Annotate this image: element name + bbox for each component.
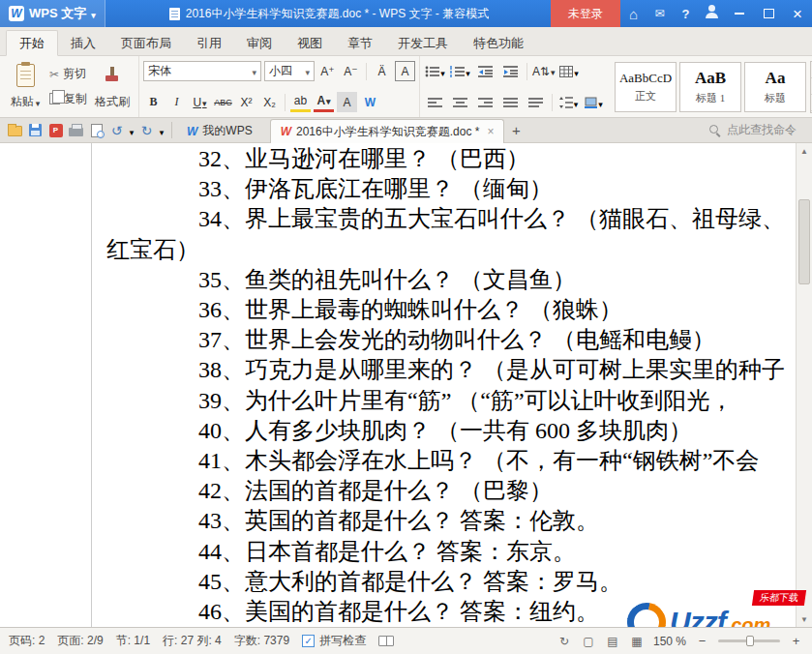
app-menu-button[interactable]: W WPS 文字	[0, 0, 105, 27]
cut-label: 剪切	[63, 66, 86, 82]
scrollbar-thumb[interactable]	[798, 199, 810, 284]
pinyin-guide-button[interactable]: Ä	[372, 61, 392, 81]
bold-button[interactable]: B	[143, 92, 164, 112]
ribbon-tab[interactable]: 视图	[285, 31, 335, 55]
copy-button[interactable]: 复制	[47, 90, 89, 108]
user-icon[interactable]	[699, 0, 725, 27]
distribute-button[interactable]	[525, 92, 547, 112]
font-size-select[interactable]: 小四	[264, 61, 315, 81]
style-preset[interactable]: Aa 标题	[744, 62, 806, 112]
highlight-color-button[interactable]: ab	[290, 92, 311, 112]
ribbon-tab[interactable]: 章节	[335, 31, 385, 55]
line-spacing-icon	[559, 97, 573, 108]
command-search[interactable]: 点此查找命令	[709, 122, 812, 138]
message-icon[interactable]	[647, 0, 673, 27]
clipboard-group: 粘贴 剪切 复制 格式刷	[0, 56, 138, 117]
print-preview-button[interactable]	[86, 120, 106, 141]
text-direction-button[interactable]: A⇅	[532, 61, 556, 81]
window-title: 2016中小学生科学知识竞赛题.doc * - WPS 文字 - 兼容模式	[186, 6, 489, 22]
document-text[interactable]: 32、业马逊河在哪里？ （巴西）33、伊洛瓦底江在哪里？ （缅甸）34、界上最宝…	[0, 144, 812, 627]
scroll-up-icon[interactable]: ▲	[797, 143, 812, 159]
read-mode-icon[interactable]	[378, 636, 394, 646]
home-icon[interactable]	[620, 0, 647, 27]
font-name-select[interactable]: 宋体	[143, 61, 261, 81]
shrink-font-button[interactable]: A⁻	[341, 61, 361, 81]
wps-file-icon: W	[187, 125, 197, 138]
spellcheck-toggle[interactable]: 拼写检查	[302, 633, 366, 649]
close-tab-icon[interactable]: ×	[487, 125, 494, 138]
minimize-button[interactable]	[725, 0, 754, 27]
font-color-button[interactable]: A	[314, 92, 334, 112]
italic-button[interactable]: I	[166, 92, 187, 112]
align-right-button[interactable]	[474, 92, 496, 112]
character-border-button[interactable]: A	[395, 61, 415, 81]
subscript-button[interactable]: X₂	[259, 92, 280, 112]
undo-button[interactable]	[106, 120, 127, 141]
character-shading-button[interactable]: A	[337, 92, 357, 112]
preview-icon	[91, 124, 103, 137]
align-left-button[interactable]	[424, 92, 446, 112]
document-canvas[interactable]: 32、业马逊河在哪里？ （巴西）33、伊洛瓦底江在哪里？ （缅甸）34、界上最宝…	[0, 143, 812, 627]
zoom-slider-handle[interactable]	[746, 636, 754, 646]
copy-label: 复制	[64, 91, 87, 107]
chevron-down-icon	[91, 7, 96, 21]
numbered-list-button[interactable]	[449, 61, 471, 81]
zoom-in-button[interactable]	[789, 634, 803, 648]
redo-menu-button[interactable]	[157, 120, 166, 141]
line-spacing-button[interactable]	[557, 92, 580, 112]
shading-button[interactable]	[583, 92, 605, 112]
search-hint-label: 点此查找命令	[727, 122, 797, 138]
zoom-out-button[interactable]	[695, 634, 709, 648]
wordart-button[interactable]: W	[360, 92, 380, 112]
style-preset[interactable]: AaBbCcD 正文	[615, 62, 677, 112]
ribbon-tab[interactable]: 审阅	[234, 31, 285, 55]
wps-writer-window: W WPS 文字 2016中小学生科学知识竞赛题.doc * - WPS 文字 …	[0, 0, 812, 654]
ribbon-tab[interactable]: 特色功能	[461, 31, 536, 55]
style-preset[interactable]: AaB 标题 1	[679, 62, 741, 112]
grow-font-button[interactable]: A⁺	[317, 61, 338, 81]
help-icon[interactable]	[673, 0, 699, 27]
ribbon-tab[interactable]: 页面布局	[108, 31, 184, 55]
maximize-button[interactable]	[754, 0, 783, 27]
ribbon-tab[interactable]: 引用	[184, 31, 234, 55]
close-button[interactable]	[783, 0, 812, 27]
ribbon-tab[interactable]: 开发工具	[385, 31, 461, 55]
increase-indent-icon	[503, 66, 518, 77]
save-button[interactable]	[25, 120, 45, 141]
login-button[interactable]: 未登录	[551, 0, 620, 27]
insert-table-button[interactable]	[558, 61, 581, 81]
strikethrough-button[interactable]: ABC	[213, 92, 233, 112]
ribbon-tab[interactable]: 开始	[6, 30, 58, 56]
undo-menu-button[interactable]	[127, 120, 136, 141]
web-view-icon[interactable]	[605, 635, 620, 648]
bullet-list-button[interactable]	[424, 61, 446, 81]
chevron-down-icon	[598, 94, 603, 111]
align-center-button[interactable]	[449, 92, 471, 112]
redo-button[interactable]	[136, 120, 157, 141]
search-icon	[709, 125, 721, 136]
vertical-scrollbar[interactable]: ▲ ▼	[796, 143, 812, 627]
zoom-slider[interactable]	[718, 639, 780, 642]
export-pdf-button[interactable]: P	[45, 120, 66, 141]
line-column-status: 行: 27 列: 4	[163, 633, 222, 649]
format-painter-button[interactable]: 格式刷	[91, 60, 134, 113]
uzzf-brand-suffix: .com	[726, 614, 771, 627]
print-button[interactable]	[66, 120, 86, 141]
paste-button[interactable]: 粘贴	[5, 60, 45, 113]
underline-button[interactable]: U	[190, 92, 210, 112]
refresh-view-icon[interactable]	[556, 635, 572, 648]
new-tab-button[interactable]: +	[504, 122, 527, 138]
decrease-indent-button[interactable]	[474, 61, 496, 81]
increase-indent-button[interactable]	[499, 61, 522, 81]
ribbon-tab[interactable]: 插入	[58, 31, 108, 55]
zoom-level[interactable]: 150 %	[653, 635, 686, 648]
outline-view-icon[interactable]	[629, 635, 645, 648]
document-tab[interactable]: W 2016中小学生科学知识竞赛题.doc * ×	[270, 119, 505, 143]
superscript-button[interactable]: X²	[236, 92, 256, 112]
cut-button[interactable]: 剪切	[47, 65, 89, 83]
document-tab[interactable]: W 我的WPS	[177, 119, 270, 143]
open-button[interactable]	[5, 120, 25, 141]
word-count-status[interactable]: 字数: 7379	[234, 633, 289, 649]
justify-button[interactable]	[499, 92, 522, 112]
page-view-icon[interactable]	[581, 635, 596, 648]
